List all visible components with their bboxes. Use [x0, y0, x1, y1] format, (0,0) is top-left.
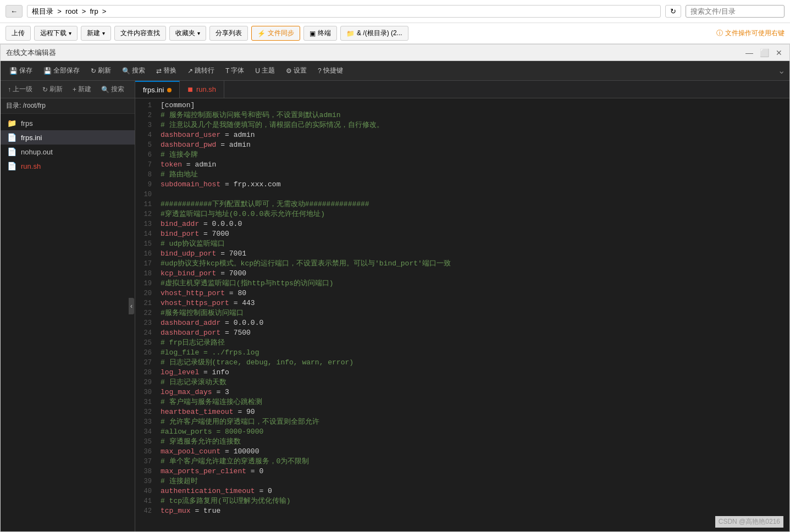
- line-content[interactable]: tcp_mux = true: [157, 506, 789, 516]
- sidebar-collapse-button[interactable]: ‹: [129, 298, 134, 314]
- upload-button[interactable]: 上传: [5, 26, 31, 41]
- maximize-button[interactable]: ⬜: [758, 48, 771, 57]
- line-content[interactable]: # 允许客户端使用的穿透端口，不设置则全部允许: [157, 417, 789, 427]
- sidebar-new-button[interactable]: + 新建: [70, 84, 94, 95]
- refresh-button[interactable]: ↻: [665, 5, 681, 18]
- line-content[interactable]: # 服务端控制面板访问账号和密码，不设置则默认admin: [157, 110, 789, 120]
- line-content[interactable]: # 注意以及几个是我随便填写的，请根据自己的实际情况，自行修改。: [157, 120, 789, 130]
- editor-refresh-button[interactable]: ↻ 刷新: [86, 64, 115, 77]
- line-content[interactable]: dashboard_port = 7500: [157, 328, 789, 338]
- line-content[interactable]: vhost_https_port = 443: [157, 298, 789, 308]
- line-content[interactable]: #log_file = ../frps.log: [157, 348, 789, 358]
- line-content[interactable]: kcp_bind_port = 7000: [157, 269, 789, 279]
- path-input[interactable]: [27, 5, 661, 18]
- tab-run-sh[interactable]: ■ run.sh: [180, 81, 224, 98]
- line-content[interactable]: # 连接令牌: [157, 150, 789, 160]
- line-content[interactable]: authentication_timeout = 0: [157, 486, 789, 496]
- line-content[interactable]: # 日志记录滚动天数: [157, 378, 789, 387]
- code-line: 13bind_addr = 0.0.0.0: [135, 219, 789, 229]
- terminal-button[interactable]: ▣ 终端: [303, 26, 337, 41]
- minimize-button[interactable]: —: [744, 48, 755, 57]
- search-content-button[interactable]: 文件内容查找: [114, 26, 166, 41]
- line-content[interactable]: bind_port = 7000: [157, 229, 789, 239]
- line-content[interactable]: # 穿透服务允许的连接数: [157, 437, 789, 447]
- save-button[interactable]: 💾 保存: [5, 64, 37, 77]
- sidebar-refresh-button[interactable]: ↻ 刷新: [40, 84, 65, 95]
- search-input[interactable]: [686, 5, 785, 18]
- line-content[interactable]: # 路由地址: [157, 170, 789, 180]
- titlebar-buttons: — ⬜ ✕: [744, 48, 784, 57]
- code-line: 32heartbeat_timeout = 90: [135, 407, 789, 417]
- file-item-run-sh[interactable]: 📄 run.sh: [1, 159, 135, 173]
- line-content[interactable]: subdomain_host = frp.xxx.com: [157, 180, 789, 190]
- line-number: 23: [135, 318, 157, 328]
- line-content[interactable]: max_ports_per_client = 0: [157, 467, 789, 476]
- line-number: 37: [135, 457, 157, 467]
- line-number: 6: [135, 150, 157, 160]
- line-content[interactable]: # 客户端与服务端连接心跳检测: [157, 397, 789, 407]
- line-content[interactable]: #虚拟主机穿透监听端口(指http与https的访问端口): [157, 279, 789, 289]
- code-line: 4dashboard_user = admin: [135, 130, 789, 140]
- line-content[interactable]: ############下列配置默认即可，无需改动###############: [157, 199, 789, 209]
- file-item-frps-ini[interactable]: 📄 frps.ini: [1, 130, 135, 145]
- line-content[interactable]: #穿透监听端口与地址(0.0.0.0表示允许任何地址): [157, 209, 789, 219]
- download-button[interactable]: 远程下载: [34, 26, 78, 41]
- code-line: 40authentication_timeout = 0: [135, 486, 789, 496]
- line-content[interactable]: dashboard_addr = 0.0.0.0: [157, 318, 789, 328]
- file-item-nohup[interactable]: 📄 nohup.out: [1, 145, 135, 159]
- line-content[interactable]: bind_udp_port = 7001: [157, 249, 789, 259]
- line-content[interactable]: dashboard_user = admin: [157, 130, 789, 140]
- code-line: 22#服务端控制面板访问端口: [135, 308, 789, 318]
- line-content[interactable]: [157, 190, 789, 199]
- line-content[interactable]: max_pool_count = 100000: [157, 447, 789, 457]
- line-number: 10: [135, 190, 157, 199]
- collect-button[interactable]: 收藏夹: [169, 26, 206, 41]
- share-button[interactable]: 分享列表: [209, 26, 248, 41]
- font-button[interactable]: T 字体: [221, 64, 248, 77]
- sidebar-search-button[interactable]: 🔍 搜索: [98, 84, 127, 95]
- line-content[interactable]: token = admin: [157, 160, 789, 170]
- line-content[interactable]: # 日志记录级别(trace, debug, info, warn, error…: [157, 358, 789, 368]
- close-button[interactable]: ✕: [774, 48, 784, 57]
- right-info: ⓘ 文件操作可使用右键: [716, 29, 785, 38]
- replace-button[interactable]: ⇄ 替换: [152, 64, 181, 77]
- save-all-button[interactable]: 💾 全部保存: [39, 64, 84, 77]
- line-content[interactable]: #allow_ports = 8000-9000: [157, 427, 789, 437]
- dirinfo-button[interactable]: 📁 & /(根目录) (2...: [340, 26, 408, 41]
- line-content[interactable]: vhost_http_port = 80: [157, 289, 789, 298]
- editor-search-button[interactable]: 🔍 搜索: [118, 64, 150, 77]
- line-content[interactable]: #udp协议支持kcp模式。kcp的运行端口，不设置表示禁用。可以与'bind_…: [157, 259, 789, 269]
- code-line: 20vhost_http_port = 80: [135, 289, 789, 298]
- line-content[interactable]: # frp日志记录路径: [157, 338, 789, 348]
- line-content[interactable]: # 单个客户端允许建立的穿透服务，0为不限制: [157, 457, 789, 467]
- line-content[interactable]: bind_addr = 0.0.0.0: [157, 219, 789, 229]
- back-button[interactable]: ←: [5, 5, 23, 18]
- code-content[interactable]: 1[common]2# 服务端控制面板访问账号和密码，不设置则默认admin3#…: [135, 98, 789, 531]
- line-number: 19: [135, 279, 157, 289]
- line-content[interactable]: # 连接超时: [157, 476, 789, 486]
- code-line: 14bind_port = 7000: [135, 229, 789, 239]
- line-content[interactable]: dashboard_pwd = admin: [157, 140, 789, 150]
- line-content[interactable]: [common]: [157, 101, 789, 110]
- goto-button[interactable]: ↗ 跳转行: [183, 64, 219, 77]
- line-content[interactable]: #服务端控制面板访问端口: [157, 308, 789, 318]
- sync-button[interactable]: ⚡ 文件同步: [251, 26, 300, 41]
- line-number: 29: [135, 378, 157, 387]
- line-content[interactable]: log_level = info: [157, 368, 789, 378]
- tab-frps-ini[interactable]: frps.ini: [135, 81, 180, 98]
- line-content[interactable]: log_max_days = 3: [157, 387, 789, 397]
- line-content[interactable]: # udp协议监听端口: [157, 239, 789, 249]
- line-content[interactable]: # tcp流多路复用(可以理解为优化传输): [157, 496, 789, 506]
- new-button[interactable]: 新建: [81, 26, 111, 41]
- code-line: 2# 服务端控制面板访问账号和密码，不设置则默认admin: [135, 110, 789, 120]
- theme-button[interactable]: U 主题: [251, 64, 279, 77]
- sidebar-up-button[interactable]: ↑ 上一级: [5, 84, 35, 95]
- line-content[interactable]: heartbeat_timeout = 90: [157, 407, 789, 417]
- line-number: 20: [135, 289, 157, 298]
- editor-titlebar: 在线文本编辑器 — ⬜ ✕: [1, 45, 789, 61]
- toolbar-collapse[interactable]: ⌄: [778, 65, 785, 76]
- file-item-frps[interactable]: 📁 frps: [1, 116, 135, 130]
- shortcut-button[interactable]: ? 快捷键: [313, 64, 347, 77]
- settings-button[interactable]: ⚙ 设置: [281, 64, 311, 77]
- line-number: 1: [135, 101, 157, 110]
